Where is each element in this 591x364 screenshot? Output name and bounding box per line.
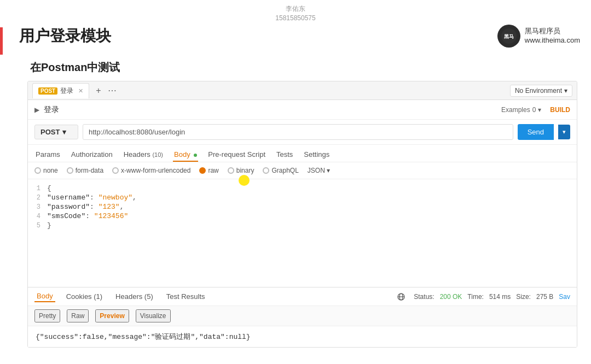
code-line-1: 1 {	[28, 184, 577, 193]
body-type-row: none form-data x-www-form-urlencoded raw…	[28, 162, 577, 179]
radio-graphql	[263, 167, 269, 174]
response-format-row: Pretty Raw Preview Visualize	[28, 306, 577, 326]
format-preview[interactable]: Preview	[95, 309, 129, 322]
response-tab-headers[interactable]: Headers (5)	[113, 291, 155, 302]
expand-icon: ▶	[34, 106, 39, 114]
logo-area: 黑马 黑马程序员 www.itheima.com	[497, 25, 580, 48]
env-selector[interactable]: No Environment ▾	[510, 85, 572, 97]
response-tab-cookies[interactable]: Cookies (1)	[64, 291, 105, 302]
size-label: Size:	[516, 293, 531, 301]
examples-chevron-icon: ▾	[538, 106, 541, 114]
response-tab-test-results[interactable]: Test Results	[164, 291, 207, 302]
sub-heading: 在Postman中测试	[30, 60, 120, 75]
page-header: 用户登录模块 黑马 黑马程序员 www.itheima.com	[11, 25, 580, 48]
method-chevron-icon: ▾	[62, 128, 66, 136]
send-button[interactable]: Send	[518, 124, 554, 140]
code-line-2: 2 "username": "newboy",	[28, 193, 577, 202]
body-type-graphql[interactable]: GraphQL	[263, 167, 298, 174]
tab-settings[interactable]: Settings	[303, 148, 331, 162]
tab-close-icon[interactable]: ✕	[78, 87, 83, 95]
tab-authorization[interactable]: Authorization	[70, 148, 114, 162]
time-value: 514 ms	[489, 293, 511, 301]
postman-window: POST 登录 ✕ + ⋯ No Environment ▾ ▶ 登录 Exam…	[27, 81, 577, 348]
code-line-4: 4 "smsCode": "123456"	[28, 212, 577, 221]
cursor-dot	[239, 175, 250, 186]
url-input[interactable]	[83, 124, 513, 140]
tab-tests[interactable]: Tests	[275, 148, 294, 162]
code-line-3: 3 "password": "123",	[28, 202, 577, 212]
watermark: 李佑东 15815850575	[275, 4, 315, 23]
response-body-text: {"success":false,"message":"验证码过期","data…	[36, 333, 251, 341]
page-title: 用户登录模块	[19, 26, 111, 46]
body-type-binary[interactable]: binary	[228, 167, 254, 174]
size-value: 275 B	[536, 293, 553, 301]
radio-binary	[228, 167, 234, 174]
method-label: POST	[40, 128, 60, 136]
env-chevron-icon: ▾	[564, 87, 567, 95]
add-tab-button[interactable]: +	[94, 85, 103, 97]
env-label: No Environment	[515, 87, 562, 95]
method-select[interactable]: POST ▾	[34, 125, 78, 139]
radio-form-data	[67, 167, 73, 174]
body-type-urlencoded[interactable]: x-www-form-urlencoded	[112, 167, 190, 174]
response-tabs-row: Body Cookies (1) Headers (5) Test Result…	[28, 287, 577, 306]
format-pretty[interactable]: Pretty	[34, 309, 60, 322]
radio-none	[34, 167, 41, 174]
build-button[interactable]: BUILD	[550, 106, 570, 114]
json-chevron-icon: ▾	[327, 167, 330, 174]
watermark-phone: 15815850575	[275, 14, 315, 23]
tab-pre-request[interactable]: Pre-request Script	[207, 148, 266, 162]
json-selector[interactable]: JSON ▾	[308, 167, 330, 174]
body-type-form-data[interactable]: form-data	[67, 167, 103, 174]
more-tabs-button[interactable]: ⋯	[106, 84, 119, 97]
svg-text:黑马: 黑马	[504, 34, 514, 39]
body-type-none[interactable]: none	[34, 167, 58, 174]
radio-urlencoded	[112, 167, 119, 174]
code-line-5: 5 }	[28, 221, 577, 230]
request-name-bar: ▶ 登录 Examples 0 ▾ BUILD	[28, 100, 577, 120]
response-tab-body[interactable]: Body	[34, 291, 55, 302]
tab-headers[interactable]: Headers (10)	[123, 148, 164, 162]
status-label: Status:	[414, 293, 434, 301]
body-type-raw[interactable]: raw	[199, 167, 218, 174]
format-raw[interactable]: Raw	[67, 309, 89, 322]
response-status-area: Status: 200 OK Time: 514 ms Size: 275 B …	[397, 293, 570, 301]
tab-params[interactable]: Params	[34, 148, 61, 162]
watermark-name: 李佑东	[275, 4, 315, 14]
response-section: Body Cookies (1) Headers (5) Test Result…	[28, 287, 577, 347]
url-bar: POST ▾ Send ▾	[28, 120, 577, 145]
status-value: 200 OK	[440, 293, 462, 301]
time-label: Time:	[467, 293, 484, 301]
tab-bar: POST 登录 ✕ + ⋯ No Environment ▾	[28, 81, 577, 100]
tab-name: 登录	[60, 86, 73, 96]
tab-actions: + ⋯	[94, 84, 118, 97]
logo-text: 黑马程序员 www.itheima.com	[525, 27, 580, 45]
globe-icon	[397, 293, 405, 301]
left-accent-bar	[0, 27, 3, 55]
send-dropdown-button[interactable]: ▾	[558, 125, 570, 139]
radio-raw	[199, 167, 206, 174]
logo-circle: 黑马	[497, 25, 520, 48]
save-button[interactable]: Sav	[559, 293, 570, 301]
tab-body[interactable]: Body	[173, 148, 198, 162]
request-name: 登录	[44, 105, 59, 115]
examples-button[interactable]: Examples 0 ▾	[501, 106, 541, 114]
request-tab[interactable]: POST 登录 ✕	[32, 83, 89, 98]
code-editor[interactable]: 1 { 2 "username": "newboy", 3 "password"…	[28, 179, 577, 287]
request-tabs-row: Params Authorization Headers (10) Body P…	[28, 145, 577, 162]
response-body: {"success":false,"message":"验证码过期","data…	[28, 326, 577, 347]
format-visualize[interactable]: Visualize	[136, 309, 171, 322]
method-badge: POST	[38, 87, 57, 95]
